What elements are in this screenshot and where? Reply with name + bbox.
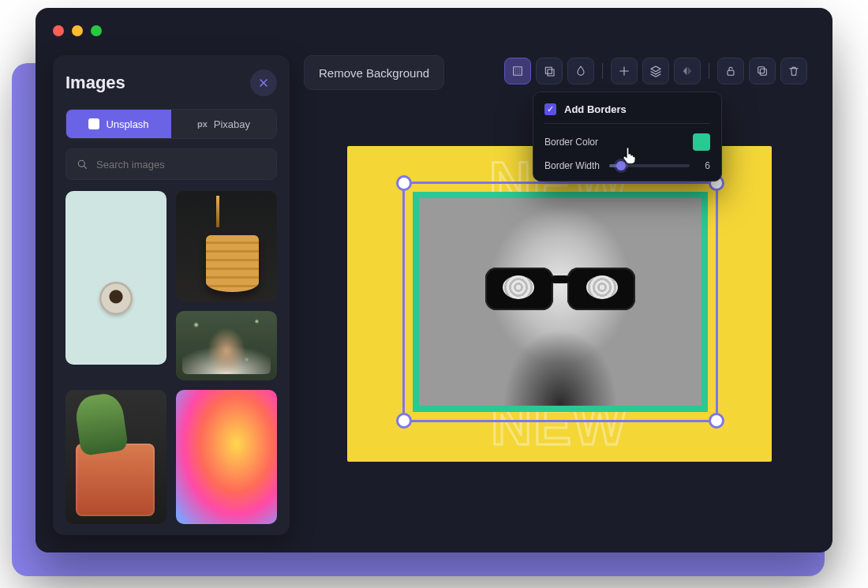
- slider-knob[interactable]: [616, 161, 626, 170]
- images-panel-title: Images: [65, 73, 125, 93]
- slider-track: [609, 164, 690, 167]
- popover-header: Add Borders: [544, 103, 710, 124]
- images-panel-header: Images: [65, 69, 277, 96]
- unlock-icon: [724, 65, 737, 77]
- shadow-icon: [543, 65, 556, 77]
- images-panel: Images Unsplash px Pixabay: [53, 55, 290, 535]
- copy-icon: [756, 65, 769, 77]
- toolbar-separator: [709, 63, 709, 79]
- svg-rect-2: [545, 67, 552, 73]
- delete-tool-button[interactable]: [780, 58, 807, 84]
- close-icon: [257, 77, 270, 89]
- window-zoom-icon[interactable]: [91, 25, 102, 36]
- image-search[interactable]: [65, 148, 277, 180]
- layers-icon: [649, 65, 662, 77]
- image-thumb[interactable]: [176, 390, 277, 524]
- lock-tool-button[interactable]: [717, 58, 744, 84]
- window-minimize-icon[interactable]: [72, 25, 83, 36]
- selection-box[interactable]: [402, 182, 718, 422]
- shadow-tool-button[interactable]: [536, 58, 563, 84]
- image-thumb[interactable]: [65, 390, 166, 524]
- border-color-label: Border Color: [544, 137, 598, 148]
- resize-handle-br[interactable]: [709, 413, 724, 429]
- border-width-label: Border Width: [544, 160, 600, 171]
- image-search-input[interactable]: [96, 159, 267, 170]
- tab-pixabay[interactable]: px Pixabay: [171, 110, 276, 138]
- opacity-tool-button[interactable]: [567, 58, 594, 84]
- svg-rect-6: [758, 67, 765, 73]
- border-color-swatch[interactable]: [693, 133, 710, 151]
- border-width-slider[interactable]: 6: [609, 160, 710, 171]
- design-canvas[interactable]: NEW NEW: [347, 146, 772, 462]
- remove-background-label: Remove Background: [319, 66, 429, 80]
- tab-unsplash[interactable]: Unsplash: [66, 110, 171, 138]
- canvas-toolbar: [504, 55, 807, 87]
- image-thumb[interactable]: [65, 191, 166, 365]
- border-icon: [511, 65, 524, 77]
- droplet-icon: [574, 65, 587, 77]
- search-icon: [76, 158, 88, 170]
- svg-rect-3: [548, 69, 554, 76]
- resize-handle-bl[interactable]: [396, 413, 412, 429]
- border-width-value: 6: [698, 160, 710, 171]
- position-tool-button[interactable]: [611, 58, 638, 84]
- border-popover: Add Borders Border Color Border Width 6: [533, 92, 722, 182]
- svg-rect-4: [728, 70, 734, 75]
- flip-tool-button[interactable]: [674, 58, 701, 84]
- svg-rect-5: [760, 69, 766, 75]
- layers-tool-button[interactable]: [642, 58, 669, 84]
- image-thumb[interactable]: [176, 191, 277, 301]
- remove-background-button[interactable]: Remove Background: [304, 55, 444, 90]
- image-source-tabs: Unsplash px Pixabay: [65, 109, 277, 139]
- border-color-row: Border Color: [544, 133, 710, 151]
- popover-title: Add Borders: [564, 103, 627, 115]
- position-icon: [618, 65, 630, 77]
- trash-icon: [788, 65, 800, 77]
- unsplash-icon: [88, 118, 99, 129]
- image-subject-glasses: [485, 260, 635, 312]
- svg-point-0: [78, 160, 84, 167]
- window-close-icon[interactable]: [53, 25, 64, 36]
- app-window: Images Unsplash px Pixabay: [36, 8, 832, 552]
- image-thumb[interactable]: [176, 311, 277, 380]
- add-borders-checkbox[interactable]: [544, 103, 556, 115]
- resize-handle-tl[interactable]: [396, 175, 412, 191]
- flip-icon: [681, 65, 694, 77]
- close-panel-button[interactable]: [250, 69, 277, 96]
- border-tool-button[interactable]: [504, 58, 531, 84]
- tab-pixabay-label: Pixabay: [214, 118, 250, 130]
- duplicate-tool-button[interactable]: [749, 58, 776, 84]
- image-grid: [65, 191, 277, 534]
- tab-unsplash-label: Unsplash: [106, 118, 148, 130]
- selected-image[interactable]: [413, 192, 708, 412]
- window-traffic-lights: [53, 25, 102, 36]
- toolbar-separator: [602, 63, 603, 79]
- border-width-row: Border Width 6: [544, 160, 710, 171]
- pixabay-icon: px: [197, 119, 208, 129]
